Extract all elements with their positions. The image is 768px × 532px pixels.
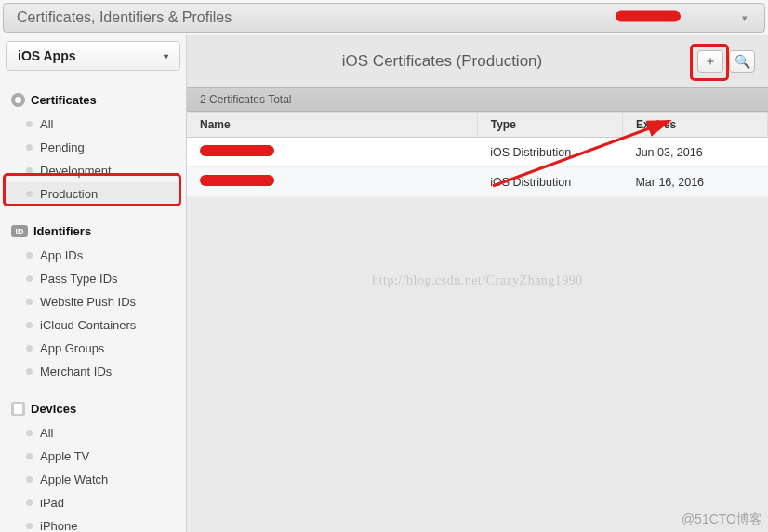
- page-header-title: Certificates, Identifiers & Profiles: [17, 9, 232, 26]
- content-title: iOS Certificates (Production): [187, 52, 697, 71]
- sidebar-item-label: Pending: [40, 140, 85, 154]
- redacted-name: [200, 145, 274, 156]
- sidebar-item-pass-type-ids[interactable]: Pass Type IDs: [6, 267, 180, 290]
- total-label: 2 Certificates Total: [200, 93, 292, 106]
- sidebar-item-label: App Groups: [40, 341, 104, 355]
- dot-icon: [26, 275, 33, 282]
- sidebar-item-label: iPhone: [40, 519, 77, 532]
- dot-icon: [26, 322, 33, 328]
- sidebar-item-label: Website Push IDs: [40, 295, 136, 309]
- sidebar-item-label: Production: [40, 187, 98, 201]
- sidebar-item-merchant-ids[interactable]: Merchant IDs: [6, 360, 180, 383]
- sidebar-item-apple-watch[interactable]: Apple Watch: [6, 468, 180, 491]
- add-button[interactable]: ＋: [697, 50, 723, 73]
- identifiers-icon: [11, 225, 28, 237]
- sidebar-item-icloud-containers[interactable]: iCloud Containers: [6, 313, 180, 337]
- certificates-table-wrap: Name Type Expires iOS Distribution Jun 0…: [187, 112, 768, 197]
- sidebar-item-label: Development: [40, 164, 112, 178]
- plus-icon: ＋: [704, 53, 717, 70]
- dot-icon: [26, 299, 33, 305]
- certificates-icon: [11, 93, 25, 107]
- sidebar-item-label: Pass Type IDs: [40, 272, 118, 286]
- dot-icon: [26, 167, 33, 174]
- platform-selector-label: iOS Apps: [18, 48, 76, 63]
- sidebar-item-label: iPad: [40, 496, 64, 510]
- cell-name: [187, 167, 477, 197]
- col-name[interactable]: Name: [187, 113, 477, 138]
- sidebar-item-app-groups[interactable]: App Groups: [6, 337, 180, 360]
- dot-icon: [26, 430, 33, 436]
- section-label: Identifiers: [33, 224, 91, 238]
- dot-icon: [26, 476, 33, 483]
- content-panel: iOS Certificates (Production) ＋ 🔍 2 Cert…: [186, 35, 768, 532]
- redacted-name: [200, 175, 274, 186]
- cell-name: [187, 138, 477, 167]
- search-icon: 🔍: [735, 54, 750, 69]
- sidebar: iOS Apps ▾ Certificates All Pending Deve…: [0, 35, 186, 532]
- total-bar: 2 Certificates Total: [187, 87, 768, 112]
- cell-type: iOS Distribution: [477, 138, 622, 167]
- dot-icon: [26, 121, 33, 127]
- cell-type: iOS Distribution: [477, 167, 622, 197]
- col-type[interactable]: Type: [477, 113, 622, 138]
- sidebar-item-label: App IDs: [40, 248, 83, 262]
- sidebar-item-pending[interactable]: Pending: [6, 136, 180, 159]
- cell-expires: Mar 16, 2016: [622, 167, 767, 197]
- sidebar-item-label: All: [40, 426, 53, 440]
- chevron-down-icon: ▾: [164, 51, 168, 61]
- dot-icon: [26, 252, 33, 259]
- sidebar-item-website-push-ids[interactable]: Website Push IDs: [6, 290, 180, 313]
- section-label: Certificates: [31, 93, 97, 107]
- devices-icon: [11, 402, 25, 416]
- nav-list-devices: All Apple TV Apple Watch iPad iPhone iPo…: [6, 421, 180, 532]
- sidebar-item-iphone[interactable]: iPhone: [6, 514, 180, 532]
- certificates-table: Name Type Expires iOS Distribution Jun 0…: [187, 112, 768, 197]
- user-redacted: [616, 11, 681, 25]
- main-area: iOS Apps ▾ Certificates All Pending Deve…: [0, 35, 768, 532]
- section-head-certificates: Certificates: [6, 87, 180, 113]
- section-label: Devices: [31, 402, 76, 416]
- section-head-identifiers: Identifiers: [6, 219, 180, 244]
- cell-expires: Jun 03, 2016: [622, 138, 767, 167]
- dot-icon: [26, 523, 33, 529]
- watermark-center: http://blog.csdn.net/CrazyZhang1990: [372, 273, 583, 288]
- sidebar-item-label: All: [40, 117, 53, 131]
- nav-list-identifiers: App IDs Pass Type IDs Website Push IDs i…: [6, 244, 180, 383]
- nav-list-certificates: All Pending Development Production: [6, 113, 180, 206]
- dot-icon: [26, 499, 33, 506]
- header-bar: Certificates, Identifiers & Profiles ▾: [3, 3, 765, 33]
- dot-icon: [26, 453, 33, 459]
- table-row[interactable]: iOS Distribution Mar 16, 2016: [187, 167, 768, 197]
- section-head-devices: Devices: [6, 396, 180, 421]
- sidebar-item-label: Apple Watch: [40, 472, 108, 486]
- dot-icon: [26, 191, 33, 197]
- dot-icon: [26, 144, 33, 151]
- sidebar-item-app-ids[interactable]: App IDs: [6, 244, 180, 267]
- sidebar-item-label: Merchant IDs: [40, 365, 112, 379]
- sidebar-item-label: iCloud Containers: [40, 318, 136, 332]
- sidebar-item-label: Apple TV: [40, 449, 89, 463]
- content-toolbar: iOS Certificates (Production) ＋ 🔍: [187, 35, 768, 87]
- sidebar-item-ipad[interactable]: iPad: [6, 491, 180, 514]
- sidebar-item-all[interactable]: All: [6, 113, 180, 136]
- col-expires[interactable]: Expires: [622, 113, 767, 138]
- sidebar-item-development[interactable]: Development: [6, 159, 180, 182]
- sidebar-item-production[interactable]: Production: [6, 182, 180, 206]
- platform-selector[interactable]: iOS Apps ▾: [6, 41, 180, 71]
- dot-icon: [26, 368, 33, 375]
- sidebar-item-devices-all[interactable]: All: [6, 421, 180, 445]
- dot-icon: [26, 345, 33, 352]
- table-row[interactable]: iOS Distribution Jun 03, 2016: [187, 138, 768, 167]
- user-menu-chevron-icon[interactable]: ▾: [742, 12, 748, 24]
- sidebar-item-apple-tv[interactable]: Apple TV: [6, 445, 180, 468]
- search-button[interactable]: 🔍: [729, 50, 755, 73]
